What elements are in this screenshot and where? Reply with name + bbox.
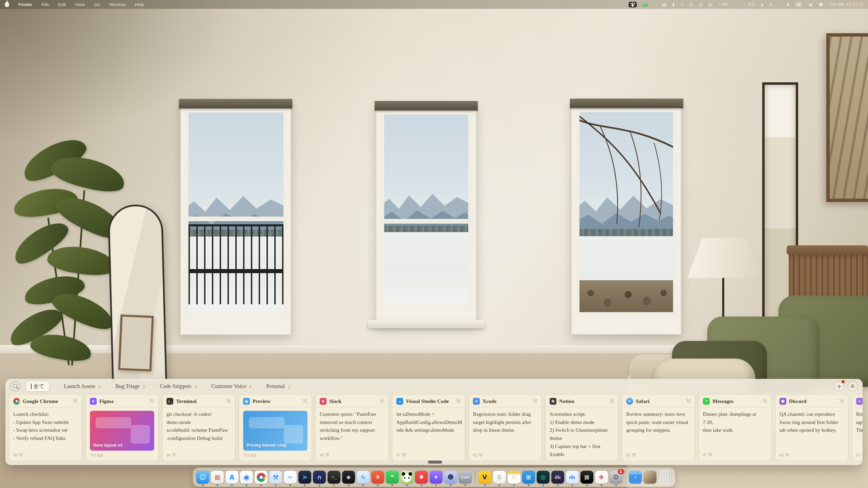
dock-cube-3d[interactable]: ◆ <box>342 468 355 487</box>
speech-icon[interactable]: ◗ <box>761 2 764 7</box>
clipboard-card-o[interactable]: ✦O写Refac agno Ther67 字 <box>852 394 863 461</box>
dock-vscode[interactable]: ‹› <box>284 468 297 487</box>
menu-edit[interactable]: Edit <box>58 2 66 7</box>
dock-app-store[interactable]: A <box>225 468 238 487</box>
clipboard-card-messages[interactable]: ❝Messages写Dinner plan: dumplings at 7:30… <box>698 394 772 461</box>
bell-icon[interactable]: Ω <box>699 2 703 7</box>
tab-count: 4 <box>249 384 252 389</box>
dock-trash[interactable] <box>658 468 672 487</box>
dock-pastepaw-panda[interactable] <box>400 468 413 487</box>
stats-bars-icon[interactable] <box>662 2 667 7</box>
dock-photo-file[interactable] <box>644 468 656 487</box>
clock[interactable]: Tue Mar 10 22:12 <box>829 2 863 7</box>
tray-icon[interactable]: ▤ <box>708 2 712 7</box>
dock-purple-comet[interactable]: ✦ <box>430 468 442 487</box>
dock-red-note[interactable]: ✱ <box>415 468 428 487</box>
dock-teal-orbit[interactable]: ◎ <box>537 468 550 487</box>
app-icon-discord: ☻ <box>780 398 786 405</box>
launchpad-grid-icon: ▦ <box>211 471 224 484</box>
dock-capcut[interactable]: ⊠ <box>580 468 593 487</box>
card-meta: 86 字 <box>320 452 329 458</box>
tab-bug-triage[interactable]: Bug Triage3 <box>115 383 145 389</box>
chevron-left-icon[interactable]: ‹ <box>778 2 780 7</box>
paw-icon[interactable]: ∴ <box>653 2 656 7</box>
card-app-name: Terminal <box>176 398 223 404</box>
dock-system-settings[interactable]: ⚙1 <box>610 468 623 487</box>
menu-bar: FinderFileEditViewGoWindowHelp ∴▮◇☰Ω▤◔ 0… <box>0 0 868 9</box>
search-icon <box>13 384 17 388</box>
settings-button[interactable]: ⚙ <box>848 381 858 391</box>
horizontal-scrollbar[interactable] <box>428 461 442 464</box>
card-text: Screenshot script: 1) Enable demo mode 2… <box>550 410 614 459</box>
battery-percent[interactable]: ◔ 0% <box>718 2 728 7</box>
plug-icon[interactable]: ⊟ <box>769 2 772 7</box>
dock-chrome[interactable] <box>255 468 268 487</box>
dock-xcode[interactable]: ⚒ <box>269 468 282 487</box>
keycap-caps-icon: Caps <box>459 471 472 484</box>
menu-file[interactable]: File <box>41 2 49 7</box>
dock-keycap-caps[interactable]: Caps <box>459 468 472 487</box>
dock-ghostty[interactable]: ∩ <box>313 468 326 487</box>
menu-help[interactable]: Help <box>135 2 144 7</box>
weather[interactable]: ☾ 6°C <box>743 2 755 7</box>
clipboard-card-xcode[interactable]: ⚒Xcode写Regression note: folder drag targ… <box>469 394 542 461</box>
dock-yellow-v[interactable]: V <box>478 468 491 487</box>
battery-module-icon[interactable]: ▮ <box>672 2 675 7</box>
diamond-icon[interactable]: ◇ <box>680 2 684 7</box>
clipboard-card-visual-studio-code[interactable]: ‹›Visual Studio Code写let isDemoMode = Ap… <box>392 394 465 461</box>
dock-terminal[interactable]: >_ <box>328 468 340 487</box>
dock-audio-bars[interactable]: ıllı <box>551 468 564 487</box>
clipboard-card-terminal[interactable]: >_Terminal写git checkout -b codex/ demo-m… <box>162 394 235 461</box>
search-button[interactable] <box>10 381 20 391</box>
window-right <box>571 101 681 334</box>
clipboard-card-notion[interactable]: NNotion写Screenshot script: 1) Enable dem… <box>545 394 618 461</box>
dock-blue-folder[interactable]: ✦ <box>629 468 642 487</box>
dock-notes[interactable]: ≣ <box>508 468 520 487</box>
clipboard-card-slack[interactable]: #Slack写Customer quote: "PastePaw removed… <box>315 394 389 461</box>
card-header: ▣Preview写 <box>239 395 312 407</box>
tab-all-label: 全て <box>34 383 44 390</box>
menu-window[interactable]: Window <box>109 2 125 7</box>
app-icon-preview: ▣ <box>243 398 250 405</box>
dock-lobster[interactable]: ✤ <box>595 468 608 487</box>
cpu-bars-icon[interactable] <box>643 2 648 7</box>
apple-logo-icon[interactable] <box>5 2 9 7</box>
pipes-icon[interactable]: ♜ <box>786 2 790 7</box>
dock-safari[interactable]: ◉ <box>240 468 253 487</box>
clipboard-card-preview[interactable]: ▣Preview写Pricing banner crop773 KB <box>239 394 312 461</box>
dock-screen-share[interactable]: ☻ <box>444 468 457 487</box>
battery-faint-icon[interactable]: ▭ <box>733 2 737 7</box>
list-icon[interactable]: ☰ <box>690 2 693 7</box>
volume-icon[interactable]: ◀) <box>808 2 813 7</box>
add-button[interactable]: + <box>834 381 844 391</box>
tab-personal[interactable]: Personal2 <box>266 383 290 389</box>
app-icon-safari: ✦ <box>626 398 633 405</box>
system-settings-icon: ⚙1 <box>610 471 623 484</box>
tab-customer-voice[interactable]: Customer Voice4 <box>212 383 252 389</box>
dock-navy-terminal[interactable]: > <box>298 468 311 487</box>
tab-code-snippets[interactable]: Code Snippets4 <box>160 383 196 389</box>
tab-launch-assets[interactable]: Launch Assets5 <box>64 383 100 389</box>
dock-red-burst[interactable]: ✳ <box>371 468 384 487</box>
dock-wechat[interactable]: ❝ <box>386 468 399 487</box>
dock-docker[interactable]: ⊞ <box>522 468 535 487</box>
dock-finder[interactable]: ☺ <box>196 468 209 487</box>
tab-all-selected[interactable]: 全て <box>26 381 50 392</box>
clipboard-card-figma[interactable]: ❖Figma写Hero layout v3767 KB <box>85 394 159 461</box>
dock-blue-waveform[interactable]: ıllı <box>566 468 579 487</box>
dock-blue-chat[interactable]: ∿ <box>357 468 370 487</box>
pastepaw-menubar-icon[interactable] <box>629 2 637 7</box>
menu-finder[interactable]: Finder <box>18 2 32 7</box>
card-meta: 81 字 <box>626 452 636 458</box>
dock-textedit[interactable]: ≣ <box>493 468 506 487</box>
user-switch-icon[interactable]: ☻ <box>819 2 823 7</box>
clipboard-card-google-chrome[interactable]: Google Chrome写Launch checklist: - Update… <box>9 394 82 461</box>
menu-go[interactable]: Go <box>94 2 100 7</box>
clipboard-card-discord[interactable]: ☻Discord写QA channel: can reproduce focus… <box>775 394 848 461</box>
app-icon-slack: # <box>320 398 327 405</box>
clipboard-card-safari[interactable]: ✦Safari写Review summary: users love quick… <box>622 394 695 461</box>
menu-view[interactable]: View <box>75 2 85 7</box>
dock-launchpad-grid[interactable]: ▦ <box>211 468 224 487</box>
image-label: Hero layout v3 <box>93 443 122 448</box>
input-source[interactable]: A <box>795 2 802 7</box>
